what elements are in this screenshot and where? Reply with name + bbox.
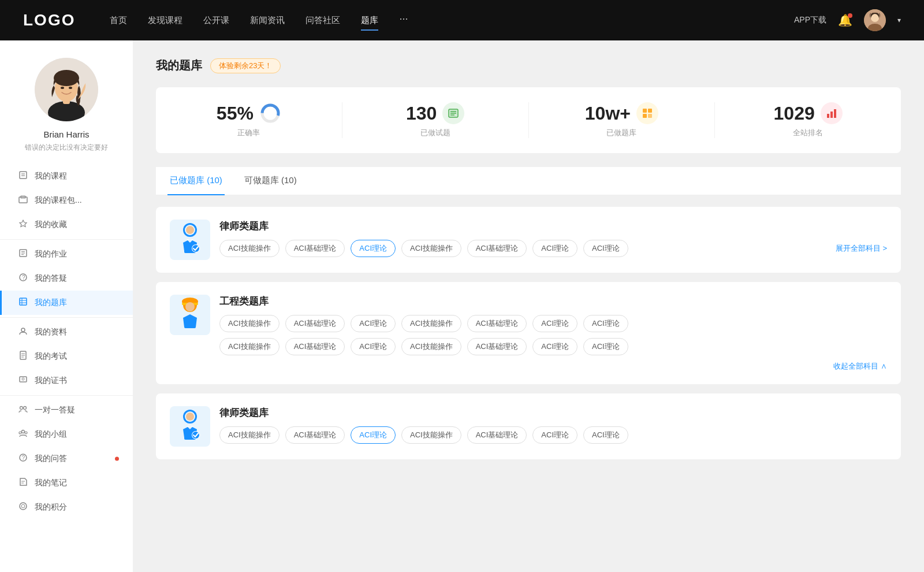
stat-accuracy-label: 正确率 bbox=[237, 128, 260, 138]
stat-accuracy-inner: 55% bbox=[217, 102, 281, 124]
qbank-tag-active[interactable]: ACI理论 bbox=[351, 240, 396, 257]
sidebar-item-profile[interactable]: 我的资料 bbox=[0, 320, 133, 344]
user-avatar[interactable] bbox=[864, 9, 886, 31]
qbank-tag[interactable]: ACI基础理论 bbox=[285, 240, 345, 257]
engineer-svg-icon bbox=[174, 297, 206, 333]
qbank-card-lawyer-2: 律师类题库 ACI技能操作 ACI基础理论 ACI理论 ACI技能操作 ACI基… bbox=[156, 393, 901, 459]
stat-done-questions: 130 已做试题 bbox=[342, 102, 529, 138]
sidebar-item-1on1[interactable]: 一对一答疑 bbox=[0, 398, 133, 422]
sidebar-item-label-qbank: 我的题库 bbox=[35, 298, 67, 308]
qbank-tag[interactable]: ACI理论 bbox=[532, 338, 578, 355]
notes-icon bbox=[17, 477, 29, 489]
qbank-tag[interactable]: ACI技能操作 bbox=[401, 338, 461, 355]
svg-point-32 bbox=[22, 378, 24, 380]
logo[interactable]: LOGO bbox=[23, 11, 75, 29]
qbank-tag[interactable]: ACI基础理论 bbox=[467, 315, 527, 332]
sidebar-item-group[interactable]: 我的小组 bbox=[0, 422, 133, 447]
sidebar-item-my-qa[interactable]: ? 我的问答 bbox=[0, 447, 133, 471]
qbank-card-engineer: 工程类题库 ACI技能操作 ACI基础理论 ACI理论 ACI技能操作 ACI基… bbox=[156, 282, 901, 384]
sidebar-item-points[interactable]: 我的积分 bbox=[0, 495, 133, 519]
qbank-tag[interactable]: ACI基础理论 bbox=[285, 338, 345, 355]
svg-point-8 bbox=[61, 87, 64, 89]
qbank-tag[interactable]: ACI理论 bbox=[583, 338, 628, 355]
svg-point-37 bbox=[25, 432, 27, 434]
sidebar-item-label-1on1: 一对一答疑 bbox=[35, 405, 75, 415]
group-icon bbox=[17, 429, 29, 440]
user-dropdown-icon[interactable]: ▾ bbox=[897, 16, 901, 24]
qbank-tag[interactable]: ACI技能操作 bbox=[219, 240, 280, 257]
page-header: 我的题库 体验剩余23天！ bbox=[156, 58, 901, 73]
sidebar-item-qbank[interactable]: 我的题库 bbox=[0, 291, 133, 315]
qbank-collapse-button[interactable]: 收起全部科目 ∧ bbox=[833, 361, 887, 372]
sidebar: Brian Harris 错误的决定比没有决定要好 我的课程 我的课程包... … bbox=[0, 40, 133, 572]
sidebar-item-notes[interactable]: 我的笔记 bbox=[0, 471, 133, 495]
qbank-tag[interactable]: ACI基础理论 bbox=[285, 315, 345, 332]
qbank-tag[interactable]: ACI技能操作 bbox=[219, 338, 280, 355]
qbank-name-lawyer-2: 律师类题库 bbox=[219, 406, 887, 419]
qbank-tag[interactable]: ACI理论 bbox=[532, 426, 578, 444]
svg-point-43 bbox=[21, 504, 25, 508]
stat-done-questions-value: 130 bbox=[406, 103, 437, 124]
certificate-icon bbox=[17, 375, 29, 387]
sidebar-item-questions[interactable]: ? 我的答疑 bbox=[0, 266, 133, 291]
svg-point-67 bbox=[185, 302, 195, 311]
qbank-tag[interactable]: ACI技能操作 bbox=[401, 426, 461, 444]
my-qa-icon: ? bbox=[17, 453, 29, 465]
sidebar-item-my-course[interactable]: 我的课程 bbox=[0, 164, 133, 188]
star-icon bbox=[17, 219, 29, 231]
bar-icon-circle bbox=[821, 102, 843, 124]
qbank-tag[interactable]: ACI基础理论 bbox=[285, 426, 345, 444]
nav-right: APP下载 🔔 ▾ bbox=[794, 9, 901, 31]
qbank-tag[interactable]: ACI基础理论 bbox=[467, 240, 527, 257]
qbank-tag-active[interactable]: ACI理论 bbox=[351, 426, 396, 444]
notification-bell[interactable]: 🔔 bbox=[838, 13, 852, 27]
qbank-tag[interactable]: ACI技能操作 bbox=[219, 315, 280, 332]
sidebar-item-exam[interactable]: 我的考试 bbox=[0, 344, 133, 369]
page-title: 我的题库 bbox=[156, 58, 202, 73]
nav-more[interactable]: ··· bbox=[399, 13, 408, 28]
qbank-tag[interactable]: ACI理论 bbox=[532, 315, 578, 332]
qbank-tag[interactable]: ACI理论 bbox=[532, 240, 578, 257]
qbank-icon bbox=[17, 297, 29, 309]
sidebar-item-course-package[interactable]: 我的课程包... bbox=[0, 188, 133, 213]
my-qa-dot bbox=[115, 457, 119, 461]
sidebar-item-certificate[interactable]: 我的证书 bbox=[0, 369, 133, 393]
qbank-tag[interactable]: ACI基础理论 bbox=[467, 338, 527, 355]
tab-done-banks[interactable]: 已做题库 (10) bbox=[167, 167, 225, 195]
svg-point-26 bbox=[21, 328, 25, 332]
svg-rect-57 bbox=[834, 109, 836, 118]
svg-point-42 bbox=[20, 503, 27, 510]
qbank-tag[interactable]: ACI理论 bbox=[583, 315, 628, 332]
divider-1 bbox=[0, 239, 133, 240]
grid-icon-circle bbox=[636, 102, 658, 124]
qbank-tag[interactable]: ACI理论 bbox=[583, 426, 628, 444]
qbank-tag[interactable]: ACI理论 bbox=[583, 240, 628, 257]
qbank-tag[interactable]: ACI技能操作 bbox=[401, 240, 461, 257]
svg-rect-51 bbox=[643, 109, 647, 113]
qbank-tag[interactable]: ACI技能操作 bbox=[401, 315, 461, 332]
nav-link-home[interactable]: 首页 bbox=[110, 13, 127, 28]
nav-link-qa[interactable]: 问答社区 bbox=[305, 13, 340, 28]
sidebar-item-homework[interactable]: 我的作业 bbox=[0, 242, 133, 266]
sidebar-item-favorites[interactable]: 我的收藏 bbox=[0, 213, 133, 237]
stats-row: 55% 正确率 130 bbox=[156, 87, 901, 153]
qbank-tag[interactable]: ACI技能操作 bbox=[219, 426, 280, 444]
svg-point-35 bbox=[22, 430, 25, 433]
nav-link-qbank[interactable]: 题库 bbox=[361, 13, 378, 28]
nav-link-news[interactable]: 新闻资讯 bbox=[250, 13, 285, 28]
nav-link-opencourse[interactable]: 公开课 bbox=[203, 13, 229, 28]
notification-dot bbox=[848, 13, 852, 18]
sidebar-item-label-my-course: 我的课程 bbox=[35, 171, 67, 181]
tabs-row: 已做题库 (10) 可做题库 (10) bbox=[156, 167, 901, 195]
tab-available-banks[interactable]: 可做题库 (10) bbox=[242, 167, 299, 195]
nav-link-discover[interactable]: 发现课程 bbox=[148, 13, 182, 28]
sidebar-motto: 错误的决定比没有决定要好 bbox=[19, 143, 114, 153]
app-download-button[interactable]: APP下载 bbox=[794, 15, 826, 25]
qbank-expand-button-1[interactable]: 展开全部科目 > bbox=[836, 243, 887, 254]
qbank-tag[interactable]: ACI理论 bbox=[351, 338, 396, 355]
stat-ranking-label: 全站排名 bbox=[793, 128, 823, 138]
svg-rect-55 bbox=[827, 114, 829, 118]
qbank-tag[interactable]: ACI基础理论 bbox=[467, 426, 527, 444]
qbank-tag[interactable]: ACI理论 bbox=[351, 315, 396, 332]
sidebar-item-label-certificate: 我的证书 bbox=[35, 376, 67, 386]
